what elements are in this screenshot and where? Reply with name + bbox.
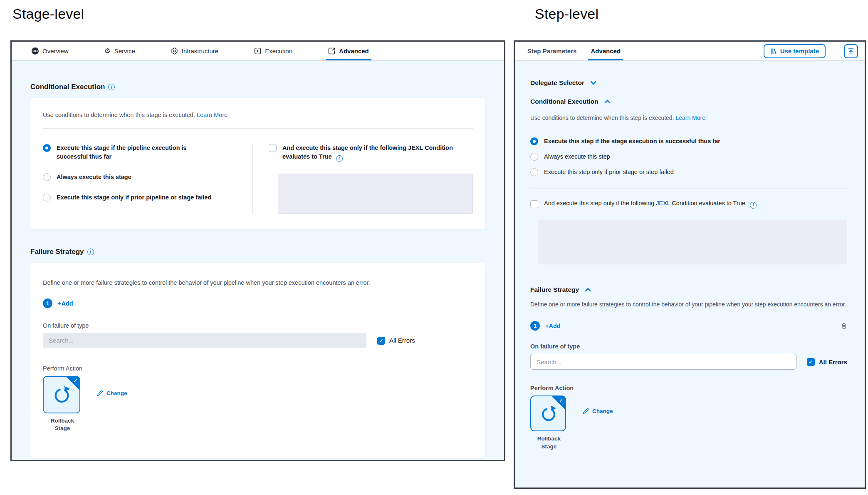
radio-always-execute[interactable]: Always execute this stage: [43, 173, 244, 182]
add-strategy-button[interactable]: +Add: [58, 300, 73, 307]
learn-more-link[interactable]: Learn More: [197, 112, 228, 118]
on-failure-of-type-label: On failure of type: [43, 322, 473, 329]
conditional-execution-description: Use conditions to determine when this st…: [43, 112, 473, 118]
conditional-execution-card: Use conditions to determine when this st…: [30, 98, 485, 229]
add-strategy-button[interactable]: +Add: [545, 323, 561, 329]
conditional-description-text: Use conditions to determine when this st…: [530, 114, 674, 121]
tab-service[interactable]: ⚙ Service: [104, 42, 135, 60]
change-label: Change: [592, 408, 613, 414]
stage-tabbar: Overview ⚙ Service Infrastructure Execut…: [12, 42, 504, 61]
perform-action-label: Perform Action: [530, 385, 847, 391]
tab-step-parameters[interactable]: Step Parameters: [527, 42, 576, 60]
all-errors-label: All Errors: [819, 358, 847, 366]
rollback-stage-tile[interactable]: ✓: [530, 396, 566, 431]
change-label: Change: [106, 390, 127, 396]
failure-strategy-heading[interactable]: Failure Strategy: [530, 286, 847, 294]
failure-strategy-label: Failure Strategy: [530, 286, 579, 294]
strategy-index-badge[interactable]: 1: [530, 321, 540, 331]
failure-type-search-input[interactable]: [530, 354, 796, 370]
radio-label: Execute this step only if prior stage or…: [544, 168, 674, 176]
tab-advanced[interactable]: Advanced: [328, 42, 369, 60]
tab-execution-label: Execution: [265, 47, 292, 55]
radio-execute-if-failed[interactable]: Execute this step only if prior stage or…: [530, 168, 847, 176]
advanced-icon: [328, 47, 335, 55]
radio-execute-if-successful[interactable]: Execute this step if the stage execution…: [530, 137, 847, 145]
change-action-link[interactable]: Change: [97, 390, 127, 396]
delete-strategy-button[interactable]: [841, 322, 847, 329]
info-icon[interactable]: i: [87, 249, 94, 255]
all-errors-checkbox-row[interactable]: All Errors: [807, 358, 847, 366]
chevron-down-icon: [590, 81, 596, 85]
strategy-index-badge[interactable]: 1: [43, 298, 52, 308]
upload-template-button[interactable]: [844, 44, 858, 58]
delegate-selector-heading[interactable]: Delegate Selector: [530, 79, 847, 87]
jexl-condition-input[interactable]: [278, 174, 473, 214]
failure-type-search-input[interactable]: [43, 333, 366, 348]
conditional-execution-heading: Conditional Execution i: [30, 83, 504, 91]
radio-label: Execute this stage if the pipeline execu…: [57, 144, 200, 161]
active-tab-underline: [326, 59, 371, 60]
tab-overview[interactable]: Overview: [32, 42, 69, 60]
radio-selected-icon: [530, 137, 538, 145]
failure-strategy-card: Define one or more failure strategies to…: [30, 263, 485, 458]
rollback-stage-caption: Rollback Stage: [43, 417, 82, 432]
divider: [43, 128, 473, 129]
conditional-execution-heading[interactable]: Conditional Execution: [530, 98, 847, 105]
all-errors-label: All Errors: [389, 337, 415, 344]
radio-label: Execute this step if the stage execution…: [544, 137, 720, 145]
radio-label: Always execute this stage: [57, 173, 131, 182]
conditional-execution-description: Use conditions to determine when this st…: [530, 113, 847, 123]
radio-icon: [530, 168, 538, 176]
tab-step-advanced[interactable]: Advanced: [591, 42, 621, 60]
change-action-link[interactable]: Change: [583, 408, 613, 414]
tab-service-label: Service: [114, 47, 135, 55]
step-advanced-content: Delegate Selector Conditional Execution …: [515, 61, 865, 488]
radio-label: Always execute this step: [544, 152, 610, 161]
tab-infrastructure-label: Infrastructure: [182, 47, 218, 55]
use-template-label: Use template: [780, 47, 819, 55]
check-icon: ✓: [559, 397, 564, 403]
pencil-icon: [97, 390, 103, 396]
radio-execute-if-failed[interactable]: Execute this stage only if prior pipelin…: [43, 193, 244, 202]
radio-selected-icon: [43, 144, 51, 152]
infrastructure-icon: [171, 47, 178, 55]
rollback-stage-tile[interactable]: ✓: [43, 376, 80, 413]
step-level-panel: Step Parameters Advanced Use template De…: [514, 40, 866, 489]
upload-icon: [848, 48, 854, 55]
jexl-condition-input[interactable]: [538, 220, 847, 264]
radio-execute-if-successful[interactable]: Execute this stage if the pipeline execu…: [43, 144, 244, 161]
failure-strategy-description: Define one or more failure strategies to…: [530, 299, 847, 310]
stage-level-panel: Overview ⚙ Service Infrastructure Execut…: [10, 40, 505, 461]
radio-icon: [43, 194, 51, 201]
execution-icon: [254, 47, 261, 55]
gear-icon: ⚙: [104, 47, 111, 55]
info-icon[interactable]: i: [750, 202, 757, 209]
on-failure-of-type-label: On failure of type: [530, 343, 847, 350]
jexl-condition-checkbox-row[interactable]: And execute this stage only if the follo…: [269, 144, 473, 162]
chevron-up-icon: [604, 99, 611, 104]
failure-strategy-heading: Failure Strategy i: [30, 248, 504, 256]
radio-label: Execute this stage only if prior pipelin…: [57, 193, 211, 202]
failure-strategy-description: Define one or more failure strategies to…: [43, 279, 473, 286]
active-tab-underline: [588, 59, 623, 60]
tab-step-parameters-label: Step Parameters: [527, 47, 576, 55]
divider: [530, 189, 847, 189]
step-level-title: Step-level: [535, 6, 598, 22]
perform-action-label: Perform Action: [43, 365, 473, 372]
use-template-button[interactable]: Use template: [764, 44, 826, 58]
jexl-condition-label: And execute this step only if the follow…: [544, 200, 745, 206]
checkbox-checked-icon: [377, 337, 385, 345]
all-errors-checkbox-row[interactable]: All Errors: [377, 336, 415, 345]
failure-strategy-heading-label: Failure Strategy: [30, 248, 84, 256]
radio-icon: [43, 173, 51, 181]
jexl-condition-checkbox-row[interactable]: And execute this step only if the follow…: [530, 200, 847, 209]
info-icon[interactable]: i: [108, 84, 115, 90]
delegate-selector-label: Delegate Selector: [530, 79, 584, 87]
info-icon[interactable]: i: [336, 155, 343, 162]
tab-infrastructure[interactable]: Infrastructure: [171, 42, 218, 60]
radio-always-execute[interactable]: Always execute this step: [530, 152, 847, 161]
tab-step-advanced-label: Advanced: [591, 47, 621, 55]
learn-more-link[interactable]: Learn More: [675, 114, 705, 121]
tab-execution[interactable]: Execution: [254, 42, 292, 60]
checkbox-icon: [530, 200, 538, 208]
